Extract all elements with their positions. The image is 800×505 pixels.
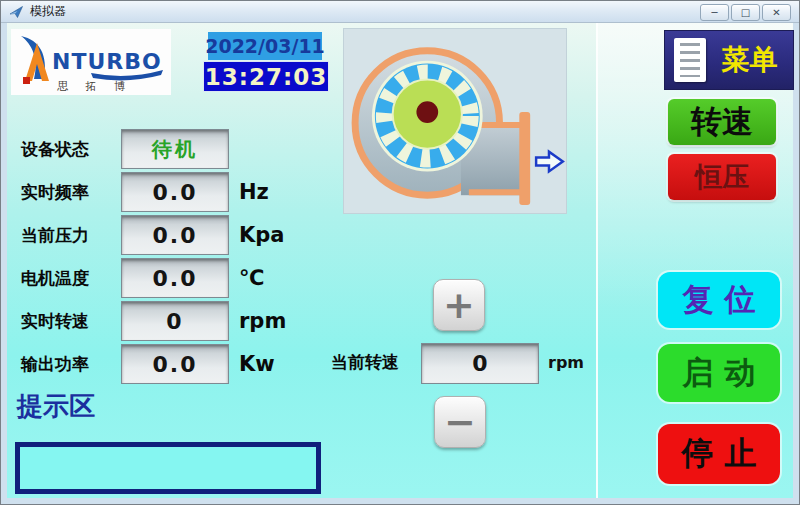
status-label-pressure: 当前压力 <box>21 224 121 247</box>
power-field: 0.0 <box>121 344 229 384</box>
frequency-field: 0.0 <box>121 172 229 212</box>
simulator-window: 模拟器 ─ □ ✕ NTURBO 思 拓 博 2022/03/11 13:27:… <box>0 0 800 505</box>
blower-illustration <box>344 29 566 213</box>
brand-text: NTURBO <box>52 49 162 74</box>
rpm-field: 0 <box>121 301 229 341</box>
reset-button[interactable]: 复 位 <box>658 272 780 328</box>
brand-logo: NTURBO 思 拓 博 <box>11 29 171 95</box>
current-speed-label: 当前转速 <box>331 351 399 374</box>
menu-button-label: 菜单 <box>706 41 793 79</box>
airflow-arrow-icon <box>536 152 563 172</box>
motor-temp-unit: ℃ <box>229 266 299 290</box>
speed-mode-button[interactable]: 转速 <box>668 99 776 145</box>
fan-outlet-flange <box>519 112 530 205</box>
title-bar: 模拟器 ─ □ ✕ <box>1 1 799 23</box>
anturbo-logo: NTURBO 思 拓 博 <box>11 29 171 95</box>
frequency-unit: Hz <box>229 180 299 204</box>
pressure-unit: Kpa <box>229 223 299 247</box>
logo-red-mark <box>23 77 30 84</box>
status-label-power: 输出功率 <box>21 353 121 376</box>
vertical-divider <box>596 23 598 498</box>
motor-temp-field: 0.0 <box>121 258 229 298</box>
maximize-button[interactable]: □ <box>731 4 760 21</box>
status-label-rpm: 实时转速 <box>21 310 121 333</box>
window-title: 模拟器 <box>30 3 66 20</box>
app-icon <box>9 5 24 19</box>
stop-button[interactable]: 停 止 <box>658 424 780 484</box>
blower-illustration-panel <box>343 28 567 214</box>
power-unit: Kw <box>229 352 299 376</box>
date-display: 2022/03/11 <box>208 32 322 60</box>
prompt-message-box <box>15 442 321 494</box>
start-button[interactable]: 启 动 <box>658 344 780 402</box>
rpm-unit: rpm <box>229 309 299 333</box>
minimize-button[interactable]: ─ <box>700 4 729 21</box>
status-panel: 设备状态 待机 实时频率 0.0 Hz 当前压力 0.0 Kpa 电机温度 0.… <box>21 129 299 384</box>
pressure-field: 0.0 <box>121 215 229 255</box>
constant-pressure-mode-button[interactable]: 恒压 <box>668 154 776 200</box>
decrease-speed-button[interactable]: − <box>434 396 486 448</box>
current-speed-field[interactable]: 0 <box>421 343 539 384</box>
device-state-field: 待机 <box>121 129 229 169</box>
fan-hub <box>416 101 438 123</box>
menu-button[interactable]: 菜单 <box>664 30 794 90</box>
prompt-area-title: 提示区 <box>17 389 95 424</box>
status-label-device-state: 设备状态 <box>21 138 121 161</box>
time-display: 13:27:03 <box>203 61 329 92</box>
client-area: NTURBO 思 拓 博 2022/03/11 13:27:03 <box>7 23 793 498</box>
status-label-frequency: 实时频率 <box>21 181 121 204</box>
close-button[interactable]: ✕ <box>762 4 791 21</box>
window-controls: ─ □ ✕ <box>700 4 791 21</box>
current-speed-unit: rpm <box>548 353 584 372</box>
status-label-motor-temp: 电机温度 <box>21 267 121 290</box>
document-icon <box>674 38 706 82</box>
increase-speed-button[interactable]: + <box>433 279 485 331</box>
brand-subtitle: 思 拓 博 <box>57 80 132 93</box>
